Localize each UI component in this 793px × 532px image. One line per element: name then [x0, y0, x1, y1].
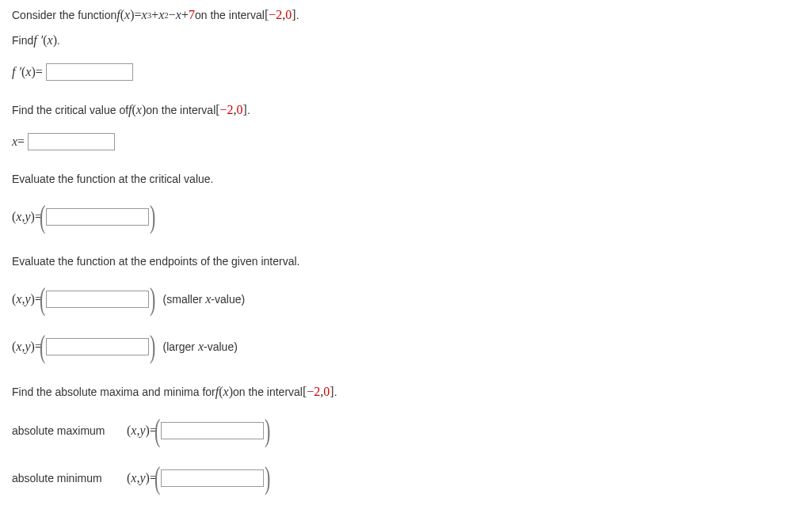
text: Find the absolute maxima and minima for	[12, 386, 215, 398]
interval-a: −2	[220, 103, 234, 117]
term: x	[158, 8, 164, 22]
derivative-answer-row: f ′ ( x ) =	[12, 63, 781, 81]
period: .	[334, 386, 337, 398]
fn-arg: x	[136, 103, 142, 117]
var-x: x	[16, 340, 21, 354]
text: (larger	[163, 340, 198, 353]
minus: −	[169, 8, 176, 22]
text: -value)	[211, 293, 245, 306]
big-paren-open-icon: (	[40, 201, 45, 233]
instruction-extrema: Find the absolute maxima and minima for …	[12, 385, 781, 399]
big-paren-close-icon: )	[150, 331, 155, 363]
text: (smaller	[163, 293, 206, 306]
period: .	[296, 9, 299, 21]
fn-arg: x	[223, 385, 229, 399]
text: on the interval	[233, 386, 303, 398]
big-paren-close-icon: )	[150, 283, 155, 315]
critical-point-input[interactable]	[46, 208, 149, 226]
endpoint-larger-input[interactable]	[46, 338, 149, 355]
text: -value)	[204, 340, 238, 353]
critical-point-row: ( x , y ) = ( )	[12, 201, 781, 233]
interval-b: 0	[237, 103, 243, 117]
problem-statement: Consider the function f ( x ) = x 3 + x …	[12, 8, 781, 22]
derivative-input[interactable]	[46, 63, 133, 81]
var-x: x	[16, 210, 21, 224]
big-paren-open-icon: (	[40, 283, 45, 315]
endpoint-smaller-row: ( x , y ) = ( ) (smaller x-value)	[12, 283, 781, 315]
critical-x-row: x =	[12, 133, 781, 150]
var-y: y	[25, 292, 30, 306]
var-x: x	[16, 292, 21, 306]
constant: 7	[189, 8, 195, 22]
text: Find the critical value of	[12, 104, 128, 116]
plus: +	[181, 8, 189, 22]
var-y: y	[139, 471, 145, 485]
fn-arg: x	[48, 33, 53, 48]
interval-a: −2	[307, 385, 320, 399]
instruction-eval-endpoints: Evaluate the function at the endpoints o…	[12, 255, 781, 268]
big-paren-open-icon: (	[154, 462, 160, 494]
text: Evaluate the function at the endpoints o…	[12, 255, 299, 268]
var-y: y	[25, 210, 30, 224]
absolute-minimum-input[interactable]	[161, 469, 264, 487]
equals: =	[36, 65, 43, 79]
label-abs-min: absolute minimum	[12, 472, 127, 484]
endpoint-smaller-input[interactable]	[46, 291, 149, 308]
interval-b: 0	[285, 8, 292, 22]
descriptor-smaller: (smaller x-value)	[163, 292, 246, 306]
var-x: x	[131, 424, 136, 438]
instruction-eval-critical: Evaluate the function at the critical va…	[12, 173, 781, 185]
text: on the interval	[146, 104, 215, 116]
var-x: x	[131, 471, 136, 485]
var-y: y	[139, 424, 145, 438]
big-paren-open-icon: (	[154, 415, 160, 446]
var-x: x	[12, 135, 17, 149]
fn-arg: x	[25, 65, 31, 79]
text: Consider the function	[12, 9, 116, 21]
big-paren-close-icon: )	[265, 462, 270, 494]
var-y: y	[25, 340, 30, 354]
period: .	[247, 104, 250, 116]
critical-x-input[interactable]	[28, 133, 115, 150]
term: x	[142, 8, 147, 22]
absolute-maximum-row: absolute maximum ( x , y ) = ( )	[12, 415, 781, 446]
absolute-maximum-input[interactable]	[161, 422, 264, 439]
var-x: x	[198, 340, 204, 353]
text: Evaluate the function at the critical va…	[12, 173, 213, 185]
fn-name: f ′	[12, 65, 21, 79]
big-paren-open-icon: (	[40, 331, 45, 363]
interval-a: −2	[269, 8, 282, 22]
big-paren-close-icon: )	[150, 201, 155, 233]
fn-arg: x	[124, 8, 130, 22]
text: on the interval	[195, 9, 265, 21]
equals: =	[17, 135, 25, 149]
equals: =	[135, 8, 142, 22]
endpoint-larger-row: ( x , y ) = ( ) (larger x-value)	[12, 331, 781, 363]
instruction-find-derivative: Find f ′ ( x ) .	[12, 33, 781, 48]
period: .	[57, 34, 60, 47]
interval-b: 0	[323, 385, 330, 399]
term: x	[176, 8, 181, 22]
instruction-critical-value: Find the critical value of f ( x ) on th…	[12, 103, 781, 117]
label-abs-max: absolute maximum	[12, 424, 127, 437]
absolute-minimum-row: absolute minimum ( x , y ) = ( )	[12, 462, 781, 494]
big-paren-close-icon: )	[265, 415, 270, 446]
text: Find	[12, 34, 33, 47]
descriptor-larger: (larger x-value)	[163, 340, 238, 354]
fn-name: f ′	[33, 33, 43, 48]
plus: +	[151, 8, 158, 22]
